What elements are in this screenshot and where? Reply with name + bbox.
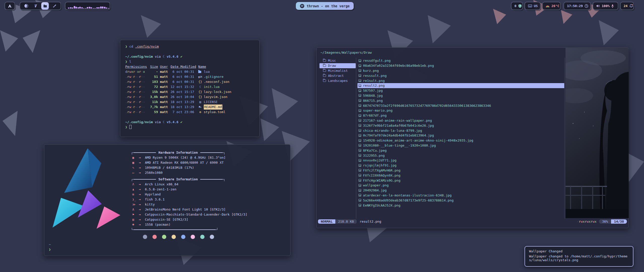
image-file-icon bbox=[358, 144, 361, 147]
file-list-item[interactable]: 08a634fa02a32364f69ebc86a98eb1eb.png bbox=[357, 63, 564, 68]
audio-visualizer-widget[interactable] bbox=[65, 2, 110, 10]
file-list-item[interactable]: 87r687df.png bbox=[357, 113, 564, 118]
file-list-item[interactable]: 587597.jpg bbox=[357, 88, 564, 93]
firefox-icon[interactable] bbox=[23, 2, 30, 10]
visualizer-bar bbox=[100, 7, 102, 9]
terminal-window[interactable]: ❯ cd .config/nvim ~/.config/nvim via ☾ v… bbox=[120, 40, 260, 137]
brush-icon[interactable] bbox=[51, 2, 58, 10]
file-list-item[interactable]: FXfcJlTXgAMvH6R.png bbox=[357, 168, 564, 173]
file-name: init.lua bbox=[204, 84, 220, 89]
file-list-item[interactable]: 0c794faf07de24a4db4d4fb1eb813964.jpg bbox=[357, 133, 564, 138]
file-name: wallpaper.png bbox=[363, 183, 389, 187]
sidebar-folder-minimalist[interactable]: Minimalist bbox=[319, 68, 356, 73]
file-list-item[interactable]: atardecer-en-la-montanas-ilustracion-634… bbox=[357, 193, 564, 198]
file-list-item[interactable]: 217167-sad-anime-rain-wallpaper.png bbox=[357, 118, 564, 123]
fetch-info-row: ☻→1558 (pacman) bbox=[132, 222, 283, 227]
updates-widget[interactable]: 0 bbox=[511, 2, 523, 10]
terminal-prompt[interactable]: ❯ bbox=[125, 125, 259, 130]
image-file-icon bbox=[358, 199, 361, 201]
status-bar: NORMAL 218.8 KB result2.png -rwxrwxrwx 3… bbox=[318, 219, 627, 224]
visualizer-bar bbox=[94, 8, 96, 9]
file-list-item[interactable]: ressdfgult.png bbox=[357, 58, 564, 63]
image-file-icon bbox=[358, 99, 361, 102]
fetch-terminal-window[interactable]: Hardware Information ▣→AMD Ryzen 9 5900X… bbox=[44, 144, 291, 256]
file-list-item[interactable]: EeNKYgIUcAAJ5JX.png bbox=[357, 203, 564, 208]
file-list-item[interactable]: 68747470733a2f2f696d616765732d7769786d70… bbox=[357, 103, 564, 108]
sidebar-folder-landscapes[interactable]: Landscapes bbox=[319, 78, 356, 83]
file-list-item[interactable]: 8FKa7Cu.jpeg bbox=[357, 148, 564, 153]
terminal-color-dot bbox=[162, 235, 166, 239]
file-name: 3126f7e9bbf21a8a4af0b67b041c6e26.jpg bbox=[363, 124, 434, 127]
fetch-prompt[interactable]: ~ ❯ bbox=[49, 242, 51, 252]
file-list-item[interactable]: resssult.png bbox=[357, 73, 564, 78]
file-list-item[interactable]: super-mario.png bbox=[357, 108, 564, 113]
file-list-item[interactable]: 596848.jpg bbox=[357, 93, 564, 98]
memory-icon: ✎ bbox=[132, 165, 139, 170]
fetch-info-row: ≫→kitty bbox=[132, 202, 283, 207]
file-list-item[interactable]: rsjqojlmjhf91.jpg bbox=[357, 163, 564, 168]
visualizer-bar bbox=[85, 8, 87, 9]
fetch-info-text: 644x272 bbox=[145, 170, 163, 175]
file-list-item[interactable]: kurz.png bbox=[357, 68, 564, 73]
mode-badge: NORMAL bbox=[318, 219, 335, 224]
clock-widget[interactable]: 17:50:29 bbox=[564, 2, 591, 10]
notification-title: Wallpaper Changed bbox=[529, 249, 629, 253]
file-list-item[interactable]: 154928-odinokoe_anime-art-anime-okno-sin… bbox=[357, 138, 564, 143]
file-list-item[interactable]: 5a266e448add93deab367d87173e9f25-6837886… bbox=[357, 198, 564, 203]
file-list-item[interactable]: 866715.png bbox=[357, 98, 564, 103]
music-player-widget[interactable]: thrown - on the verge bbox=[296, 2, 354, 10]
file-list-item[interactable]: 3126f7e9bbf21a8a4af0b67b041c6e26.jpg bbox=[357, 123, 564, 128]
software-info: Λ→Arch Linux x86_64♟→6.5.8-zen1-1-zen⊞→H… bbox=[132, 182, 283, 227]
image-file-icon bbox=[358, 194, 361, 196]
file-name: resssult.png bbox=[363, 74, 387, 78]
visualizer-bar bbox=[89, 7, 90, 9]
sidebar-folder-draw[interactable]: Draw bbox=[319, 63, 356, 68]
status-permissions: -rwxrwxrwx bbox=[577, 220, 596, 223]
folder-name: Draw bbox=[328, 64, 336, 67]
file-name: LICENSE bbox=[204, 99, 218, 105]
arch-crystal-logo bbox=[51, 147, 125, 230]
file-list-item[interactable]: 19201080-__blue-tinge__-1920×1080.jpg bbox=[357, 143, 564, 148]
image-file-icon bbox=[358, 69, 361, 72]
ls-row: .rw-r--r--59matt 7 oct 23:06⚙stylua.toml bbox=[125, 110, 259, 115]
volume-widget[interactable]: 100% bbox=[593, 2, 618, 10]
icons-icon: ▤ bbox=[132, 217, 139, 222]
sidebar-folder-abstract[interactable]: Abstract bbox=[319, 73, 356, 78]
files-icon[interactable] bbox=[41, 2, 49, 10]
file-list-item[interactable]: nnvuv0xj2df71.jpg bbox=[357, 158, 564, 163]
file-manager-window[interactable]: ~/Imagenes/Wallpapers/Draw 1 MiscDrawMin… bbox=[316, 47, 629, 228]
file-name: 154928-odinokoe_anime-art-anime-okno-sin… bbox=[363, 139, 473, 142]
notification-popup[interactable]: Wallpaper Changed Wallpaper changed to /… bbox=[525, 246, 633, 267]
visualizer-bar bbox=[91, 7, 92, 9]
shell-icon: ❯_ bbox=[132, 197, 139, 202]
fetch-info-row: ♟→6.5.8-zen1-1-zen bbox=[132, 187, 283, 192]
json-icon: {} bbox=[198, 79, 202, 84]
file-name: 3122955.png bbox=[363, 154, 385, 157]
file-list-item[interactable]: 3122955.png bbox=[357, 153, 564, 158]
keyboard-layout-widget[interactable]: US bbox=[525, 2, 541, 10]
markdown-icon: M↓ bbox=[198, 105, 202, 110]
file-list-item[interactable]: FXfcII0X0AQyn9X.png bbox=[357, 173, 564, 178]
weather-widget[interactable]: 26°C bbox=[542, 2, 561, 10]
fetch-info-text: AMD ATI Radeon RX 6800/6800 XT / 6900 XT bbox=[145, 160, 224, 165]
terminal-command-line: ❯ cd .config/nvim bbox=[125, 44, 259, 49]
image-file-icon bbox=[358, 134, 361, 137]
notifications-widget[interactable]: 24 bbox=[620, 2, 634, 10]
file-list-item[interactable]: 20492984.jpg bbox=[357, 188, 564, 193]
desktop: V thrown - on the verge 0 US bbox=[0, 0, 644, 272]
visualizer-bar bbox=[83, 8, 85, 9]
text-cursor bbox=[129, 125, 132, 129]
fetch-info-row: ❯_→fish 3.6.1 bbox=[132, 197, 283, 202]
vim-icon[interactable]: V bbox=[32, 2, 39, 10]
launcher-button[interactable] bbox=[5, 2, 15, 10]
shield-icon bbox=[518, 4, 522, 8]
file-list-item[interactable]: FXfcHgcWIAMzs0G.png bbox=[357, 178, 564, 183]
file-list-item[interactable]: chica-mirando-la-luna-8799.jpg bbox=[357, 128, 564, 133]
file-list-item[interactable]: result2.png bbox=[357, 83, 564, 88]
file-list-item[interactable]: wallpaper.png bbox=[357, 183, 564, 188]
updates-count: 0 bbox=[514, 4, 516, 8]
file-list-item[interactable]: re1sult.png bbox=[357, 78, 564, 83]
lua-icon: ☾ bbox=[163, 55, 165, 58]
sidebar-folder-misc[interactable]: Misc bbox=[319, 58, 356, 63]
image-file-icon bbox=[358, 179, 361, 182]
